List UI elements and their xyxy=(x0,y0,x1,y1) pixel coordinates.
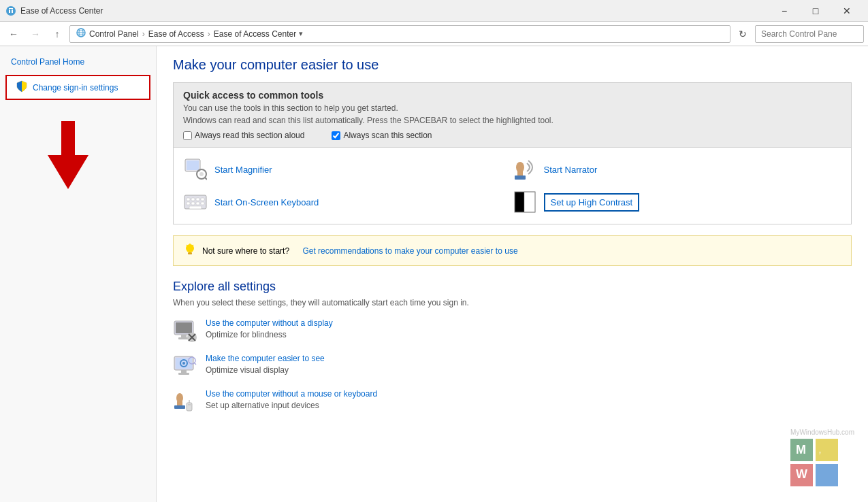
svg-rect-8 xyxy=(187,161,199,170)
close-button[interactable]: ✕ xyxy=(831,0,863,22)
watermark-logo: M y W xyxy=(790,439,838,486)
svg-rect-26 xyxy=(524,192,535,212)
shield-icon xyxy=(15,80,29,95)
magnifier-label: Start Magnifier xyxy=(214,165,272,175)
no-display-icon xyxy=(173,318,197,343)
title-bar: Ease of Access Center − □ ✕ xyxy=(0,0,868,22)
svg-point-11 xyxy=(199,172,204,176)
svg-rect-51 xyxy=(187,403,192,411)
not-sure-text: Not sure where to start? xyxy=(202,246,289,256)
checkbox-read-label[interactable]: Always read this section aloud xyxy=(183,131,304,140)
page-title: Make your computer easier to use xyxy=(173,57,852,73)
svg-rect-34 xyxy=(176,322,192,333)
list-item-easier-see: Make the computer easier to see Optimize… xyxy=(173,354,852,378)
watermark-text: MyWindowsHub.com xyxy=(790,429,854,436)
contrast-label-box: Set up High Contrast xyxy=(544,193,640,212)
svg-point-0 xyxy=(6,6,16,16)
quick-access-title: Quick access to common tools xyxy=(183,90,841,101)
quick-access-desc2: Windows can read and scan this list auto… xyxy=(183,116,841,125)
svg-rect-20 xyxy=(187,202,190,205)
svg-rect-35 xyxy=(181,335,187,337)
title-bar-controls: − □ ✕ xyxy=(769,0,863,22)
up-button[interactable]: ↑ xyxy=(48,24,67,44)
svg-rect-14 xyxy=(515,175,526,180)
svg-rect-50 xyxy=(174,405,185,409)
checkbox-scan[interactable] xyxy=(332,131,340,140)
forward-button[interactable]: → xyxy=(26,24,45,44)
svg-line-47 xyxy=(194,363,196,365)
contrast-label: Set up High Contrast xyxy=(551,197,633,207)
not-sure-banner: Not sure where to start? Get recommendat… xyxy=(173,235,852,266)
tools-grid: Start Magnifier Start Narrator xyxy=(174,148,851,224)
svg-rect-44 xyxy=(181,370,187,373)
minimize-button[interactable]: − xyxy=(769,0,800,22)
tool-contrast[interactable]: Set up High Contrast xyxy=(513,190,842,214)
svg-rect-49 xyxy=(177,401,182,406)
list-item-no-mouse: Use the computer without a mouse or keyb… xyxy=(173,389,852,414)
quick-access-desc1: You can use the tools in this section to… xyxy=(183,103,841,113)
content-area: Make your computer easier to use Quick a… xyxy=(157,46,868,502)
address-bar: ← → ↑ Control Panel › Ease of Access › E… xyxy=(0,22,868,46)
svg-rect-22 xyxy=(196,202,199,205)
sidebar: Control Panel Home Change sign-in settin… xyxy=(0,46,157,502)
svg-rect-25 xyxy=(515,192,524,212)
no-mouse-desc: Set up alternative input devices xyxy=(206,401,319,410)
narrator-icon xyxy=(513,157,537,182)
globe-icon xyxy=(76,27,86,40)
svg-line-10 xyxy=(205,178,207,180)
checkbox-scan-label[interactable]: Always scan this section xyxy=(332,131,432,140)
keyboard-label: Start On-Screen Keyboard xyxy=(214,197,319,207)
search-input[interactable] xyxy=(755,25,864,43)
not-sure-link[interactable]: Get recommendations to make your compute… xyxy=(302,246,517,256)
easier-see-link[interactable]: Make the computer easier to see xyxy=(206,354,325,363)
tool-keyboard[interactable]: Start On-Screen Keyboard xyxy=(183,190,513,214)
contrast-icon xyxy=(513,190,537,214)
svg-rect-16 xyxy=(187,198,190,201)
svg-rect-29 xyxy=(188,252,192,254)
keyboard-icon xyxy=(183,190,208,214)
checkbox-read[interactable] xyxy=(183,131,192,140)
refresh-button[interactable]: ↻ xyxy=(733,24,752,44)
easier-see-text: Make the computer easier to see Optimize… xyxy=(206,354,325,375)
sidebar-item-change-signin[interactable]: Change sign-in settings xyxy=(5,75,150,100)
tool-narrator[interactable]: Start Narrator xyxy=(513,157,842,182)
maximize-button[interactable]: □ xyxy=(800,0,831,22)
svg-point-12 xyxy=(516,162,524,173)
quick-access-header: Quick access to common tools You can use… xyxy=(174,83,851,148)
no-mouse-link[interactable]: Use the computer without a mouse or keyb… xyxy=(206,389,377,399)
no-mouse-icon xyxy=(173,389,197,414)
no-display-desc: Optimize for blindness xyxy=(206,330,287,339)
watermark: MyWindowsHub.com M y W xyxy=(790,429,854,488)
main-layout: Control Panel Home Change sign-in settin… xyxy=(0,46,868,502)
svg-rect-23 xyxy=(201,202,204,205)
svg-rect-18 xyxy=(196,198,199,201)
svg-rect-57 xyxy=(816,464,838,486)
svg-text:y: y xyxy=(819,450,821,454)
no-mouse-text: Use the computer without a mouse or keyb… xyxy=(206,389,377,410)
sidebar-item-label: Change sign-in settings xyxy=(33,83,118,93)
explore-title: Explore all settings xyxy=(173,280,852,294)
address-input[interactable]: Control Panel › Ease of Access › Ease of… xyxy=(69,25,730,43)
tool-magnifier[interactable]: Start Magnifier xyxy=(183,157,513,182)
svg-rect-17 xyxy=(191,198,195,201)
window-icon xyxy=(5,5,16,16)
easier-see-desc: Optimize visual display xyxy=(206,365,289,375)
explore-desc: When you select these settings, they wil… xyxy=(173,298,852,307)
address-dropdown-button[interactable]: ▾ xyxy=(299,29,303,38)
lightbulb-icon xyxy=(183,243,197,258)
title-bar-text: Ease of Access Center xyxy=(20,6,769,16)
sidebar-home-link[interactable]: Control Panel Home xyxy=(0,54,156,69)
checkbox-scan-text: Always scan this section xyxy=(343,131,432,140)
svg-rect-19 xyxy=(201,198,204,201)
list-item-no-display: Use the computer without a display Optim… xyxy=(173,318,852,343)
svg-text:M: M xyxy=(796,443,806,456)
quick-access-box: Quick access to common tools You can use… xyxy=(173,82,852,224)
svg-rect-24 xyxy=(189,206,202,209)
svg-rect-45 xyxy=(178,373,189,375)
easier-see-icon xyxy=(173,354,197,378)
breadcrumb: Control Panel › Ease of Access › Ease of… xyxy=(89,29,296,39)
no-display-link[interactable]: Use the computer without a display xyxy=(206,318,333,328)
svg-point-48 xyxy=(176,393,183,403)
svg-line-31 xyxy=(193,245,194,246)
back-button[interactable]: ← xyxy=(4,24,23,44)
